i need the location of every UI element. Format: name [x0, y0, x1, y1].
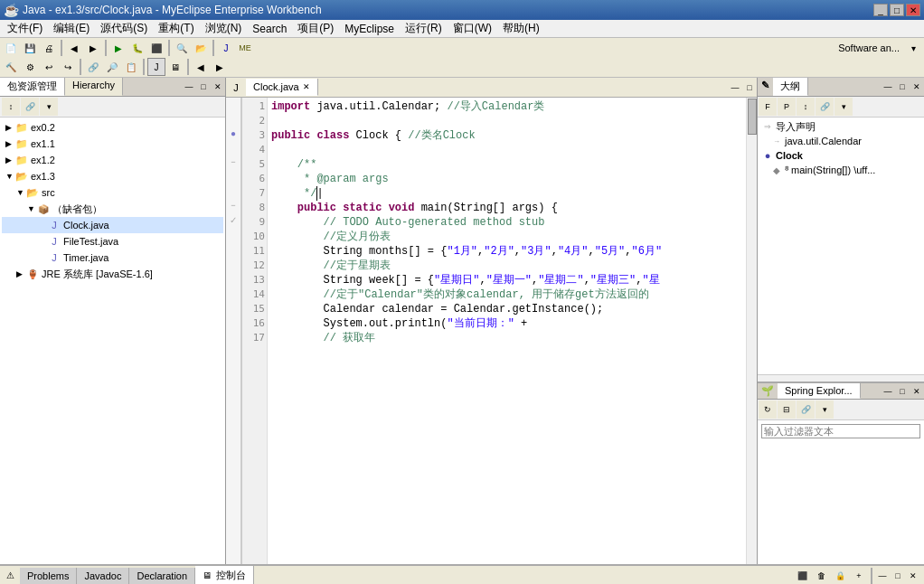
forward-button[interactable]: ▶: [84, 39, 102, 57]
outline-item-main-method[interactable]: ◆ ⁸ main(String[]) \uff...: [759, 163, 922, 177]
outline-hide-nonpublic[interactable]: P: [778, 98, 796, 116]
console-scroll-lock-icon[interactable]: 🔒: [831, 567, 849, 585]
editor-minimize-icon[interactable]: —: [728, 80, 742, 95]
spring-collapse[interactable]: ⊟: [778, 400, 796, 419]
perspective-button[interactable]: J: [217, 39, 235, 57]
spring-min-icon[interactable]: —: [881, 384, 895, 399]
save-button[interactable]: 💾: [21, 39, 39, 57]
console-new-icon[interactable]: +: [850, 567, 868, 585]
menu-refactor[interactable]: 重构(T): [153, 19, 199, 38]
outline-tree[interactable]: ⇒ 导入声明 → java.util.Calendar ● Clock ◆ ⁸ …: [758, 118, 924, 374]
outline-link[interactable]: 🔗: [816, 98, 834, 116]
tree-item-src[interactable]: ▼ 📂 src: [2, 184, 223, 201]
tree-item-filetest-java[interactable]: J FileTest.java: [2, 233, 223, 250]
outline-item-imports[interactable]: ⇒ 导入声明: [759, 119, 922, 134]
print-button[interactable]: 🖨: [40, 39, 58, 57]
tb2-btn9[interactable]: 🖥: [166, 58, 184, 76]
open-button[interactable]: 📂: [192, 39, 210, 57]
tree-toggle-src[interactable]: ▼: [16, 188, 25, 197]
outline-sort[interactable]: ↕: [797, 98, 815, 116]
menu-search[interactable]: Search: [247, 21, 292, 37]
myeclipse-btn[interactable]: ME: [236, 39, 254, 57]
collapse-all-icon[interactable]: ↕: [2, 98, 20, 116]
gutter-5-collapse[interactable]: −: [231, 157, 235, 172]
close-button[interactable]: ✕: [906, 4, 920, 16]
menu-help[interactable]: 帮助(H): [497, 19, 545, 38]
view-menu-icon[interactable]: ▾: [40, 98, 58, 116]
menu-edit[interactable]: 编辑(E): [48, 19, 95, 38]
outline-item-calendar-import[interactable]: → java.util.Calendar: [759, 134, 922, 148]
tb2-btn8[interactable]: J: [147, 58, 165, 76]
outline-hide-fields[interactable]: F: [759, 98, 777, 116]
tb2-btn2[interactable]: ⚙: [21, 58, 39, 76]
spring-max-icon[interactable]: □: [895, 384, 910, 399]
editor-scrollbar[interactable]: [746, 98, 757, 564]
tree-item-ex1-1[interactable]: ▶ 📁 ex1.1: [2, 136, 223, 152]
perspective-menu[interactable]: ▾: [904, 39, 922, 57]
menu-file[interactable]: 文件(F): [2, 19, 48, 38]
tree-item-ex0-2[interactable]: ▶ 📁 ex0.2: [2, 119, 223, 136]
tb2-btn11[interactable]: ▶: [211, 58, 229, 76]
tab-spring[interactable]: Spring Explor...: [778, 383, 861, 399]
back-button[interactable]: ◀: [65, 39, 83, 57]
tree-item-ex1-3[interactable]: ▼ 📂 ex1.3: [2, 168, 223, 184]
outline-max-icon[interactable]: □: [895, 80, 910, 94]
left-panel-close-icon[interactable]: ✕: [211, 80, 225, 94]
tb2-btn10[interactable]: ◀: [192, 58, 210, 76]
title-bar-controls[interactable]: _ □ ✕: [873, 4, 920, 16]
menu-myeclipse[interactable]: MyEclipse: [339, 21, 400, 37]
debug-button[interactable]: 🐛: [128, 39, 146, 57]
stop-button[interactable]: ⬛: [147, 39, 165, 57]
editor-maximize-icon[interactable]: □: [742, 80, 757, 95]
spring-filter-input[interactable]: [761, 424, 920, 438]
console-terminate-icon[interactable]: ⬛: [793, 567, 811, 585]
spring-link[interactable]: 🔗: [797, 400, 815, 419]
menu-run[interactable]: 运行(R): [400, 19, 448, 38]
link-editor-icon[interactable]: 🔗: [21, 98, 39, 116]
outline-close-icon[interactable]: ✕: [910, 80, 924, 94]
tree-toggle-ex1-2[interactable]: ▶: [5, 155, 14, 165]
spring-refresh[interactable]: ↻: [759, 400, 777, 419]
run-button[interactable]: ▶: [109, 39, 127, 57]
tree-toggle-ex0-2[interactable]: ▶: [5, 123, 14, 132]
bottom-close-icon[interactable]: ✕: [906, 569, 920, 583]
left-panel-maximize-icon[interactable]: □: [196, 80, 211, 94]
code-area[interactable]: import java.util.Calendar; //导入Calendar类…: [268, 98, 746, 564]
tree-toggle-ex1-1[interactable]: ▶: [5, 139, 14, 148]
minimize-button[interactable]: _: [873, 4, 888, 16]
tab-declaration[interactable]: Declaration: [129, 568, 195, 584]
tree-item-clock-java[interactable]: J Clock.java: [2, 217, 223, 233]
package-explorer-tree[interactable]: ▶ 📁 ex0.2 ▶ 📁 ex1.1 ▶ 📁 ex1.2 ▼ 📂 ex1.3: [0, 118, 225, 564]
editor-content[interactable]: ● − − ✓ 1 2: [226, 98, 757, 564]
tree-item-timer-java[interactable]: J Timer.java: [2, 250, 223, 266]
tb2-btn1[interactable]: 🔨: [2, 58, 20, 76]
tab-hierarchy[interactable]: Hierarchy: [65, 78, 123, 96]
tree-item-default-package[interactable]: ▼ 📦 （缺省包）: [2, 201, 223, 217]
bottom-min-icon[interactable]: —: [875, 569, 890, 583]
menu-source[interactable]: 源代码(S): [95, 19, 153, 38]
tb2-btn4[interactable]: ↪: [59, 58, 77, 76]
tb2-btn7[interactable]: 📋: [122, 58, 140, 76]
outline-item-clock-class[interactable]: ● Clock: [759, 148, 922, 163]
tree-toggle-jre[interactable]: ▶: [16, 269, 25, 278]
menu-window[interactable]: 窗口(W): [448, 19, 497, 38]
outline-menu[interactable]: ▾: [834, 98, 853, 116]
tb2-btn5[interactable]: 🔗: [84, 58, 102, 76]
tab-javadoc[interactable]: Javadoc: [77, 568, 129, 584]
menu-navigate[interactable]: 浏览(N): [200, 19, 248, 38]
tab-package-explorer[interactable]: 包资源管理: [0, 78, 65, 96]
menu-project[interactable]: 项目(P): [292, 19, 339, 38]
tb2-btn6[interactable]: 🔎: [103, 58, 121, 76]
tb2-btn3[interactable]: ↩: [40, 58, 58, 76]
new-button[interactable]: 📄: [2, 39, 20, 57]
maximize-button[interactable]: □: [890, 4, 904, 16]
outline-scrollbar[interactable]: [758, 374, 924, 381]
tree-toggle-dp[interactable]: ▼: [27, 204, 36, 213]
bottom-max-icon[interactable]: □: [891, 569, 905, 583]
editor-scrollbar-thumb[interactable]: [748, 99, 757, 135]
spring-menu[interactable]: ▾: [816, 400, 834, 419]
console-clear-icon[interactable]: 🗑: [812, 567, 830, 585]
spring-close-icon[interactable]: ✕: [910, 384, 924, 399]
gutter-8-collapse[interactable]: −: [231, 201, 235, 215]
tree-item-ex1-2[interactable]: ▶ 📁 ex1.2: [2, 152, 223, 168]
